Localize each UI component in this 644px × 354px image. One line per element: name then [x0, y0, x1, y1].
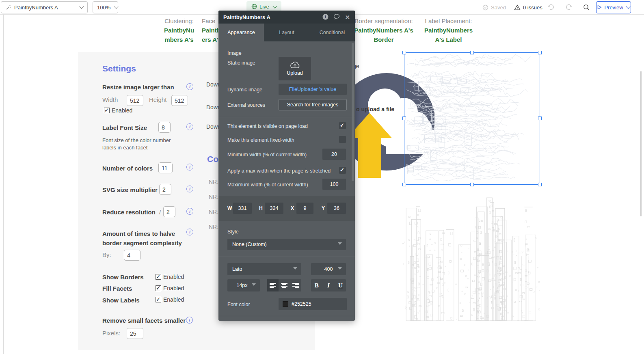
italic-button[interactable]: I [323, 282, 334, 289]
resize-handle-s[interactable] [470, 183, 474, 186]
header-label: Border segmentation: [349, 16, 418, 26]
fill-facets-label: Fill Facets [102, 285, 132, 292]
search-icon[interactable] [583, 4, 590, 11]
dynamic-image-expression[interactable]: FileUploader 's value [279, 84, 347, 95]
element-selector-dropdown[interactable]: PaintbyNumbers A [1, 1, 88, 13]
font-weight-dropdown[interactable]: 400 [311, 263, 346, 275]
underline-button[interactable]: U [335, 282, 346, 289]
font-size-dropdown[interactable]: 14px [227, 279, 260, 291]
resize-handle-ne[interactable] [538, 51, 542, 54]
skyline-preview-image[interactable] [402, 189, 540, 321]
show-borders-checkbox[interactable]: Enabled [156, 274, 184, 280]
number-of-colors-input[interactable] [158, 162, 173, 173]
halve-complexity-label: Amount of times to halve [102, 229, 182, 238]
align-left-icon [270, 283, 276, 288]
tab-conditional[interactable]: Conditional [309, 24, 355, 41]
info-icon[interactable]: i [186, 186, 193, 192]
resize-handle-w[interactable] [402, 117, 406, 120]
resize-handle-e[interactable] [538, 117, 542, 120]
align-center-button[interactable] [279, 279, 290, 291]
saved-label: Saved [491, 4, 506, 11]
info-icon[interactable]: i [186, 123, 193, 130]
save-status: Saved [482, 4, 506, 11]
show-labels-checkbox[interactable]: Enabled [156, 296, 184, 303]
height-label: Height [149, 96, 166, 103]
info-icon[interactable]: i [186, 164, 193, 171]
header-value: PaintbyNumbers A's [349, 26, 418, 35]
comment-icon[interactable] [333, 14, 340, 20]
svg-text:i: i [325, 15, 326, 19]
y-input[interactable]: 36 [327, 203, 346, 214]
tab-layout[interactable]: Layout [264, 24, 309, 41]
font-family-dropdown[interactable]: Lato [227, 263, 301, 275]
show-labels-label: Show Labels [102, 297, 140, 304]
resize-handle-sw[interactable] [402, 183, 406, 186]
label-font-size-input[interactable] [158, 122, 171, 133]
remove-small-facets-label: Remove small facets smaller [102, 317, 186, 324]
info-icon[interactable]: i [186, 317, 193, 324]
resize-handle-se[interactable] [538, 183, 542, 186]
globe-icon [251, 4, 257, 9]
chevron-down-icon [338, 242, 342, 245]
x-input[interactable]: 9 [296, 203, 313, 214]
static-image-label: Static image [227, 60, 255, 66]
style-section-heading: Style [227, 229, 239, 235]
svg-multiplier-input[interactable] [159, 184, 171, 195]
min-width-input[interactable]: 20 [322, 149, 346, 160]
zoom-dropdown[interactable]: 100% [93, 1, 118, 13]
info-icon[interactable]: i [186, 83, 193, 90]
visible-on-load-checkbox[interactable] [339, 122, 346, 129]
info-icon[interactable]: i [186, 229, 193, 235]
font-color-picker[interactable]: #252525 [279, 298, 347, 310]
resize-label: Resize image larger than [102, 84, 174, 91]
info-icon[interactable]: i [322, 14, 328, 21]
checkbox-check-icon [104, 108, 110, 113]
panel-scrollbar[interactable] [352, 43, 354, 181]
max-width-label: Maximum width (% of current width) [227, 182, 308, 188]
show-borders-label: Show Borders [102, 274, 144, 281]
element-selection-outline[interactable] [404, 52, 540, 185]
property-editor-header[interactable]: PaintbyNumbers A i ✕ [218, 11, 355, 24]
dynamic-image-label: Dynamic image [227, 87, 262, 93]
width-label: Width [102, 96, 118, 103]
font-family-value: Lato [232, 266, 242, 272]
style-dropdown[interactable]: None (Custom) [227, 239, 346, 250]
undo-icon[interactable] [547, 4, 555, 11]
w-input[interactable]: 331 [233, 203, 252, 214]
preview-button[interactable]: Preview [596, 1, 631, 13]
header-value: PaintbyNu [156, 26, 202, 35]
nr-label: NR: [209, 194, 218, 200]
info-icon[interactable]: i [186, 208, 193, 215]
fixed-width-checkbox[interactable] [339, 136, 346, 143]
resize-handle-n[interactable] [470, 51, 474, 54]
height-input[interactable] [171, 95, 188, 106]
resize-enabled-checkbox[interactable]: Enabled [104, 107, 132, 114]
align-right-button[interactable] [290, 279, 301, 291]
max-width-apply-checkbox[interactable] [339, 167, 346, 174]
fill-facets-checkbox[interactable]: Enabled [156, 285, 184, 291]
label-font-size-label: Label Font Size [102, 124, 147, 131]
resize-handle-nw[interactable] [402, 51, 406, 54]
width-input[interactable] [127, 95, 143, 106]
by-input[interactable] [124, 250, 140, 261]
align-left-button[interactable] [267, 279, 279, 291]
upload-button[interactable]: Upload [279, 57, 311, 80]
pixels-input[interactable] [127, 328, 143, 339]
bold-button[interactable]: B [311, 282, 322, 289]
chevron-down-icon [338, 267, 342, 270]
close-icon[interactable]: ✕ [345, 14, 350, 20]
font-color-label: Font color [227, 302, 250, 307]
redo-icon[interactable] [565, 4, 573, 11]
upload-button-label: Upload [287, 70, 303, 76]
issues-indicator[interactable]: 0 issues [514, 4, 542, 11]
reduce-resolution-input[interactable] [163, 206, 175, 217]
number-of-colors-label: Number of colors [102, 165, 153, 172]
search-free-images-button[interactable]: Search for free images [279, 99, 347, 110]
property-editor-title: PaintbyNumbers A [223, 14, 318, 20]
min-width-label: Minimum width (% of current width) [227, 152, 307, 158]
max-width-input[interactable]: 100 [322, 179, 346, 190]
main-scrollbar[interactable] [640, 71, 642, 216]
h-input[interactable]: 324 [265, 203, 283, 214]
tab-appearance[interactable]: Appearance [218, 24, 264, 41]
element-type-icon [5, 4, 11, 11]
